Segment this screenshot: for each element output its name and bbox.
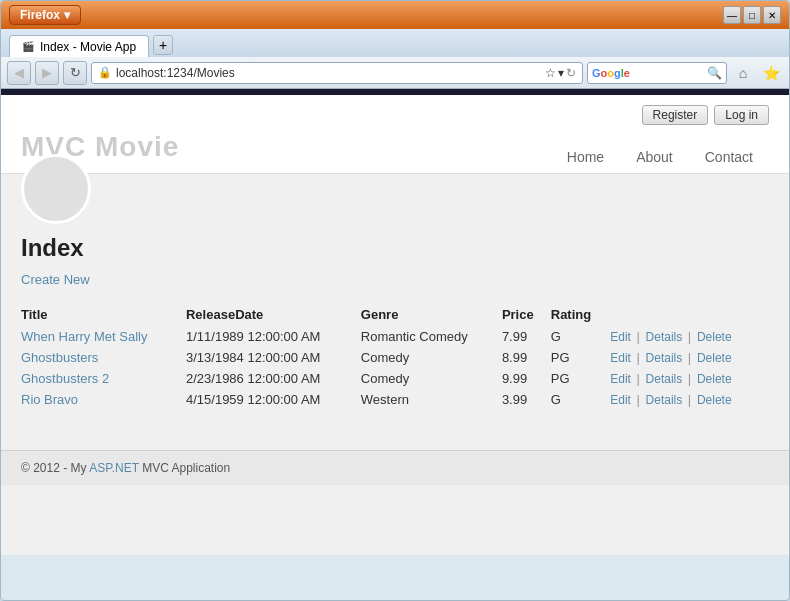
sep1: | bbox=[637, 392, 640, 407]
col-genre: Genre bbox=[361, 303, 502, 326]
sep2: | bbox=[688, 329, 691, 344]
cell-title: Ghostbusters bbox=[21, 347, 186, 368]
avatar-area bbox=[1, 174, 789, 214]
edit-link[interactable]: Edit bbox=[610, 372, 631, 386]
app-nav: Home About Contact bbox=[551, 141, 769, 173]
cell-actions: Edit | Details | Delete bbox=[610, 389, 769, 410]
details-link[interactable]: Details bbox=[646, 351, 683, 365]
header-top: Register Log in bbox=[21, 105, 769, 125]
cell-price: 7.99 bbox=[502, 326, 551, 347]
address-bar[interactable]: 🔒 localhost:1234/Movies ☆ ▾ ↻ bbox=[91, 62, 583, 84]
asp-link[interactable]: ASP.NET bbox=[89, 461, 139, 475]
movies-table: Title ReleaseDate Genre Price Rating Whe… bbox=[21, 303, 769, 410]
col-rating: Rating bbox=[551, 303, 610, 326]
cell-title: When Harry Met Sally bbox=[21, 326, 186, 347]
active-tab[interactable]: 🎬 Index - Movie App bbox=[9, 35, 149, 57]
bookmark-down-icon[interactable]: ▾ bbox=[558, 66, 564, 80]
sep2: | bbox=[688, 371, 691, 386]
cell-actions: Edit | Details | Delete bbox=[610, 347, 769, 368]
table-row: Ghostbusters 3/13/1984 12:00:00 AM Comed… bbox=[21, 347, 769, 368]
cell-genre: Comedy bbox=[361, 368, 502, 389]
col-actions bbox=[610, 303, 769, 326]
address-text: localhost:1234/Movies bbox=[116, 66, 541, 80]
details-link[interactable]: Details bbox=[646, 372, 683, 386]
bookmark-star-icon[interactable]: ☆ bbox=[545, 66, 556, 80]
bookmarks-button[interactable]: ⭐ bbox=[759, 61, 783, 85]
close-button[interactable]: ✕ bbox=[763, 6, 781, 24]
nav-bar: ◀ ▶ ↻ 🔒 localhost:1234/Movies ☆ ▾ ↻ Goog… bbox=[1, 57, 789, 89]
sep2: | bbox=[688, 350, 691, 365]
login-button[interactable]: Log in bbox=[714, 105, 769, 125]
sep2: | bbox=[688, 392, 691, 407]
cell-genre: Comedy bbox=[361, 347, 502, 368]
cell-rating: PG bbox=[551, 347, 610, 368]
details-link[interactable]: Details bbox=[646, 330, 683, 344]
cell-rating: G bbox=[551, 389, 610, 410]
register-button[interactable]: Register bbox=[642, 105, 709, 125]
table-row: Ghostbusters 2 2/23/1986 12:00:00 AM Com… bbox=[21, 368, 769, 389]
cell-release-date: 2/23/1986 12:00:00 AM bbox=[186, 368, 361, 389]
delete-link[interactable]: Delete bbox=[697, 330, 732, 344]
firefox-menu-button[interactable]: Firefox ▾ bbox=[9, 5, 81, 25]
avatar bbox=[21, 154, 91, 224]
firefox-label: Firefox bbox=[20, 8, 60, 22]
app-footer: © 2012 - My ASP.NET MVC Application bbox=[1, 450, 789, 485]
col-price: Price bbox=[502, 303, 551, 326]
window-controls: — □ ✕ bbox=[723, 6, 781, 24]
edit-link[interactable]: Edit bbox=[610, 330, 631, 344]
details-link[interactable]: Details bbox=[646, 393, 683, 407]
cell-actions: Edit | Details | Delete bbox=[610, 326, 769, 347]
table-row: Rio Bravo 4/15/1959 12:00:00 AM Western … bbox=[21, 389, 769, 410]
back-button[interactable]: ◀ bbox=[7, 61, 31, 85]
delete-link[interactable]: Delete bbox=[697, 393, 732, 407]
tab-bar: 🎬 Index - Movie App + bbox=[1, 29, 789, 57]
search-bar[interactable]: Google 🔍 bbox=[587, 62, 727, 84]
cell-genre: Western bbox=[361, 389, 502, 410]
browser-window: Firefox ▾ — □ ✕ 🎬 Index - Movie App + ◀ … bbox=[0, 0, 790, 601]
cell-rating: PG bbox=[551, 368, 610, 389]
firefox-dropdown-icon: ▾ bbox=[64, 8, 70, 22]
delete-link[interactable]: Delete bbox=[697, 351, 732, 365]
minimize-button[interactable]: — bbox=[723, 6, 741, 24]
cell-price: 9.99 bbox=[502, 368, 551, 389]
cell-release-date: 4/15/1959 12:00:00 AM bbox=[186, 389, 361, 410]
reload-small-icon[interactable]: ↻ bbox=[566, 66, 576, 80]
cell-title: Rio Bravo bbox=[21, 389, 186, 410]
forward-button[interactable]: ▶ bbox=[35, 61, 59, 85]
delete-link[interactable]: Delete bbox=[697, 372, 732, 386]
col-title: Title bbox=[21, 303, 186, 326]
cell-price: 3.99 bbox=[502, 389, 551, 410]
app-header: Register Log in MVC Movie Home About Con… bbox=[1, 95, 789, 174]
search-icon[interactable]: 🔍 bbox=[707, 66, 722, 80]
edit-link[interactable]: Edit bbox=[610, 393, 631, 407]
sep1: | bbox=[637, 371, 640, 386]
nav-home[interactable]: Home bbox=[551, 141, 620, 173]
nav-about[interactable]: About bbox=[620, 141, 689, 173]
page-title: Index bbox=[21, 234, 769, 262]
sep1: | bbox=[637, 350, 640, 365]
create-new-link[interactable]: Create New bbox=[21, 272, 90, 287]
cell-release-date: 3/13/1984 12:00:00 AM bbox=[186, 347, 361, 368]
cell-actions: Edit | Details | Delete bbox=[610, 368, 769, 389]
cell-release-date: 1/11/1989 12:00:00 AM bbox=[186, 326, 361, 347]
col-release-date: ReleaseDate bbox=[186, 303, 361, 326]
app-container: Register Log in MVC Movie Home About Con… bbox=[1, 95, 789, 555]
home-button[interactable]: ⌂ bbox=[731, 61, 755, 85]
nav-contact[interactable]: Contact bbox=[689, 141, 769, 173]
maximize-button[interactable]: □ bbox=[743, 6, 761, 24]
address-icons: ☆ ▾ ↻ bbox=[545, 66, 576, 80]
new-tab-button[interactable]: + bbox=[153, 35, 173, 55]
table-row: When Harry Met Sally 1/11/1989 12:00:00 … bbox=[21, 326, 769, 347]
google-icon: Google bbox=[592, 67, 630, 79]
cell-title: Ghostbusters 2 bbox=[21, 368, 186, 389]
edit-link[interactable]: Edit bbox=[610, 351, 631, 365]
tab-icon: 🎬 bbox=[22, 41, 34, 52]
table-header-row: Title ReleaseDate Genre Price Rating bbox=[21, 303, 769, 326]
sep1: | bbox=[637, 329, 640, 344]
cell-genre: Romantic Comedy bbox=[361, 326, 502, 347]
cell-rating: G bbox=[551, 326, 610, 347]
reload-button[interactable]: ↻ bbox=[63, 61, 87, 85]
cell-price: 8.99 bbox=[502, 347, 551, 368]
titlebar: Firefox ▾ — □ ✕ bbox=[1, 1, 789, 29]
footer-suffix: MVC Application bbox=[139, 461, 230, 475]
